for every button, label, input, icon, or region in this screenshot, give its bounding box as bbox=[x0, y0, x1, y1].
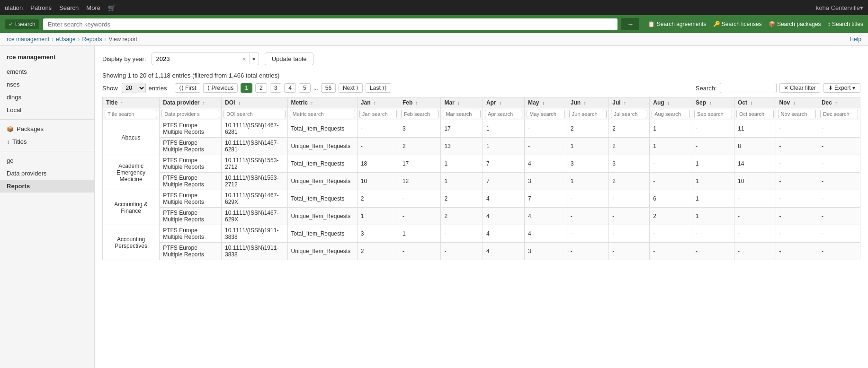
search-input[interactable] bbox=[43, 18, 618, 30]
dec-search-input[interactable] bbox=[820, 110, 858, 118]
aug-search-input[interactable] bbox=[652, 110, 690, 118]
last-page-button[interactable]: Last ⟩⟩ bbox=[366, 83, 391, 93]
jul-cell: 2 bbox=[609, 138, 650, 155]
table-row: PTFS Europe Multiple Reports10.1111/(ISS… bbox=[103, 173, 860, 190]
year-select-wrap: × ▾ bbox=[152, 53, 259, 65]
next-page-button[interactable]: Next ⟩ bbox=[339, 83, 363, 93]
show-select[interactable]: 2050100 bbox=[122, 83, 146, 93]
main-content: Display by year: × ▾ Update table Showin… bbox=[95, 46, 868, 368]
metric-search-input[interactable] bbox=[290, 110, 355, 118]
metric-cell: Total_Item_Requests bbox=[287, 155, 357, 173]
page-56-button[interactable]: 56 bbox=[321, 83, 336, 93]
search-packages-link[interactable]: 📦 Search packages bbox=[769, 21, 821, 27]
mar-cell: 1 bbox=[441, 155, 483, 173]
go-button[interactable]: → bbox=[621, 18, 639, 30]
oct-cell: - bbox=[734, 243, 776, 260]
search-agreements-link[interactable]: 📋 Search agreements bbox=[648, 21, 706, 27]
page-3-button[interactable]: 3 bbox=[270, 83, 282, 93]
search-type-label: t search bbox=[15, 21, 36, 27]
export-button[interactable]: ⬇ Export ▾ bbox=[823, 83, 860, 93]
first-page-button[interactable]: ⟨⟨ First bbox=[175, 83, 201, 93]
sidebar-item-ements[interactable]: ements bbox=[0, 65, 94, 78]
sidebar-item-reports-label: Reports bbox=[7, 183, 30, 190]
page-5-button[interactable]: 5 bbox=[299, 83, 311, 93]
col-jul[interactable]: Jul ↕ bbox=[609, 97, 650, 108]
col-apr[interactable]: Apr ↕ bbox=[483, 97, 524, 108]
update-table-button[interactable]: Update table bbox=[265, 53, 314, 65]
mar-cell: 2 bbox=[441, 190, 483, 208]
year-clear-button[interactable]: × bbox=[239, 53, 249, 65]
controls-row: Display by year: × ▾ Update table bbox=[102, 53, 860, 65]
help-link[interactable]: Help bbox=[850, 36, 861, 43]
search-licenses-link[interactable]: 🔑 Search licenses bbox=[713, 21, 762, 27]
sidebar-item-local[interactable]: Local bbox=[0, 104, 94, 116]
nav-patrons[interactable]: Patrons bbox=[30, 4, 52, 11]
breadcrumb-eusage[interactable]: eUsage bbox=[56, 36, 75, 43]
year-dropdown-button[interactable]: ▾ bbox=[249, 53, 259, 64]
doi-search-input[interactable] bbox=[224, 110, 286, 118]
col-feb[interactable]: Feb ↕ bbox=[399, 97, 441, 108]
jul-search-input[interactable] bbox=[611, 110, 647, 118]
col-data-provider[interactable]: Data provider ↕ bbox=[160, 97, 222, 108]
sep-search-input[interactable] bbox=[694, 110, 732, 118]
nov-cell: - bbox=[776, 173, 818, 190]
sidebar-item-dings[interactable]: dings bbox=[0, 91, 94, 104]
oct-search-input[interactable] bbox=[736, 110, 774, 118]
sidebar-item-data-providers[interactable]: Data providers bbox=[0, 167, 94, 180]
page-2-button[interactable]: 2 bbox=[255, 83, 267, 93]
nav-search[interactable]: Search bbox=[59, 4, 79, 11]
sidebar-item-ge[interactable]: ge bbox=[0, 154, 94, 167]
feb-search-input[interactable] bbox=[401, 110, 439, 118]
sep-cell: - bbox=[692, 225, 734, 243]
feb-cell: 12 bbox=[399, 173, 441, 190]
col-dec[interactable]: Dec ↕ bbox=[818, 97, 860, 108]
nov-search-input[interactable] bbox=[778, 110, 816, 118]
aug-cell: - bbox=[650, 173, 692, 190]
clear-filter-button[interactable]: ✕ Clear filter bbox=[779, 83, 820, 93]
dec-cell: - bbox=[818, 190, 860, 208]
table-search-input[interactable] bbox=[720, 83, 777, 93]
col-aug[interactable]: Aug ↕ bbox=[650, 97, 692, 108]
jun-search-input[interactable] bbox=[569, 110, 607, 118]
title-search-input[interactable] bbox=[105, 110, 157, 118]
col-metric[interactable]: Metric ↕ bbox=[287, 97, 357, 108]
col-jun[interactable]: Jun ↕ bbox=[567, 97, 609, 108]
apr-cell: 4 bbox=[483, 243, 524, 260]
sidebar-item-packages-label: Packages bbox=[17, 125, 44, 132]
nav-more[interactable]: More bbox=[86, 4, 100, 11]
col-oct[interactable]: Oct ↕ bbox=[734, 97, 776, 108]
col-nov[interactable]: Nov ↕ bbox=[776, 97, 818, 108]
may-search-input[interactable] bbox=[527, 110, 565, 118]
col-doi[interactable]: DOI ↕ bbox=[221, 97, 287, 108]
breadcrumb-reports[interactable]: Reports bbox=[82, 36, 102, 43]
breadcrumb-resource-management[interactable]: rce management bbox=[7, 36, 49, 43]
dec-cell: - bbox=[818, 120, 860, 138]
col-title[interactable]: Title ↑ bbox=[103, 97, 160, 108]
nov-cell: - bbox=[776, 190, 818, 208]
page-4-button[interactable]: 4 bbox=[284, 83, 296, 93]
nav-circulation[interactable]: ulation bbox=[5, 4, 23, 11]
previous-page-button[interactable]: ⟨ Previous bbox=[203, 83, 238, 93]
search-titles-link[interactable]: ↕ Search titles bbox=[828, 21, 863, 27]
sidebar-item-reports[interactable]: Reports bbox=[0, 180, 94, 193]
dp-search-input[interactable] bbox=[161, 110, 219, 118]
table-row: Accounting PerspectivesPTFS Europe Multi… bbox=[103, 225, 860, 243]
dataProvider-cell: PTFS Europe Multiple Reports bbox=[160, 173, 222, 190]
col-jan[interactable]: Jan ↕ bbox=[357, 97, 399, 108]
col-may[interactable]: May ↕ bbox=[525, 97, 567, 108]
apr-search-input[interactable] bbox=[485, 110, 522, 118]
col-sep[interactable]: Sep ↕ bbox=[692, 97, 734, 108]
jan-search-input[interactable] bbox=[359, 110, 397, 118]
sidebar-item-nses[interactable]: nses bbox=[0, 78, 94, 91]
page-1-button[interactable]: 1 bbox=[241, 83, 252, 93]
search-type-badge[interactable]: ✓ t search bbox=[5, 19, 39, 29]
sidebar-item-packages[interactable]: 📦 Packages bbox=[0, 123, 94, 135]
year-input[interactable] bbox=[152, 53, 239, 65]
col-mar[interactable]: Mar ↕ bbox=[441, 97, 483, 108]
nav-cart[interactable]: 🛒 bbox=[108, 4, 116, 11]
mar-cell: - bbox=[441, 225, 483, 243]
mar-search-input[interactable] bbox=[443, 110, 481, 118]
sidebar-item-titles[interactable]: ↕ Titles bbox=[0, 135, 94, 148]
data-table: Title ↑ Data provider ↕ DOI ↕ Metric ↕ J… bbox=[102, 97, 860, 260]
feb-cell: - bbox=[399, 243, 441, 260]
